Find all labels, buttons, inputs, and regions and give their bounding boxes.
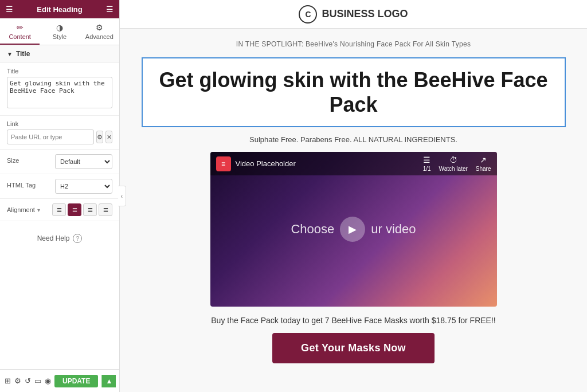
main-header: C BUSINESS LOGO <box>120 0 587 29</box>
update-button[interactable]: UPDATE <box>54 375 98 387</box>
video-watch-later-btn[interactable]: ⏱ Watch later <box>439 155 468 172</box>
title-section-arrow: ▼ <box>7 51 13 57</box>
title-section-header[interactable]: ▼ Title <box>0 45 119 63</box>
video-badge-icon: ≡ <box>221 160 225 168</box>
video-counter-label: 1/1 <box>423 166 431 172</box>
video-container: ≡ Video Placeholder ☰ 1/1 ⏱ Watch later … <box>210 152 497 307</box>
link-input[interactable] <box>7 130 94 144</box>
panel-title: Edit Heading <box>37 5 82 14</box>
link-remove-icon[interactable]: ✕ <box>105 131 112 143</box>
need-help-label: Need Help <box>37 234 70 242</box>
content-tab-icon: ✏ <box>17 23 24 32</box>
video-play-area[interactable]: Choose ▶ ur video <box>291 217 416 242</box>
logo-icon: C <box>299 5 317 23</box>
video-counter-icon: ☰ <box>423 155 431 164</box>
title-input-label: Title <box>7 68 112 75</box>
alignment-label: Alignment <box>7 206 35 213</box>
link-settings-icon[interactable]: ⚙ <box>96 131 103 143</box>
align-center-btn[interactable]: ☰ <box>68 203 81 216</box>
video-logo-badge: ≡ <box>216 156 231 171</box>
video-placeholder-text: Video Placeholder <box>236 159 296 168</box>
logo-text: BUSINESS LOGO <box>322 8 408 20</box>
collapse-panel-arrow[interactable]: ‹ <box>118 186 126 206</box>
align-right-btn[interactable]: ☰ <box>83 203 97 216</box>
panel-header: ☰ Edit Heading ☰ <box>0 0 119 18</box>
link-input-row: ⚙ ✕ <box>7 130 112 144</box>
align-justify-btn[interactable]: ☰ <box>99 203 112 216</box>
html-tag-label: HTML Tag <box>7 182 36 189</box>
watch-later-icon: ⏱ <box>449 155 457 164</box>
tab-content[interactable]: ✏ Content <box>0 18 40 45</box>
choose-text: Choose <box>291 222 334 237</box>
main-area: C BUSINESS LOGO IN THE SPOTLIGHT: BeeHiv… <box>120 0 587 392</box>
footer-grid-icon[interactable]: ⊞ <box>5 375 11 387</box>
alignment-tooltip-icon: ▾ <box>37 207 40 213</box>
title-form-group: Title Get glowing skin with the BeeHive … <box>0 63 119 116</box>
tab-advanced-label: Advanced <box>85 33 114 40</box>
html-tag-row: HTML Tag H2 <box>7 179 112 194</box>
title-section-label: Title <box>16 50 30 58</box>
watch-later-label: Watch later <box>439 166 468 172</box>
size-form-group: Size Default <box>0 150 119 174</box>
video-top-bar: ≡ Video Placeholder ☰ 1/1 ⏱ Watch later … <box>210 152 497 175</box>
video-share-btn[interactable]: ↗ Share <box>476 155 491 172</box>
offer-text: Buy the Face Pack today to get 7 BeeHive… <box>211 316 495 325</box>
hamburger-left-icon[interactable]: ☰ <box>6 5 13 14</box>
update-arrow-button[interactable]: ▲ <box>101 375 116 387</box>
left-panel: ☰ Edit Heading ☰ ✏ Content ◑ Style ⚙ Adv… <box>0 0 120 392</box>
footer-undo-icon[interactable]: ↺ <box>25 375 31 387</box>
html-tag-form-group: HTML Tag H2 <box>0 174 119 199</box>
html-tag-select[interactable]: H2 <box>55 179 112 194</box>
headline-box[interactable]: Get glowing skin with the BeeHive Face P… <box>142 57 566 127</box>
headline-text: Get glowing skin with the BeeHive Face P… <box>154 68 553 117</box>
tab-content-label: Content <box>9 33 31 40</box>
cta-button[interactable]: Get Your Masks Now <box>272 333 435 363</box>
size-label: Size <box>7 157 19 164</box>
your-video-text: ur video <box>371 222 416 237</box>
choose-video-text: Choose ▶ ur video <box>291 217 416 242</box>
subtext: Sulphate Free. Parabens Free. ALL NATURA… <box>249 135 457 144</box>
footer-settings-icon[interactable]: ⚙ <box>14 375 21 387</box>
tab-style-label: Style <box>53 33 66 40</box>
advanced-tab-icon: ⚙ <box>96 23 103 32</box>
style-tab-icon: ◑ <box>56 23 63 32</box>
title-textarea[interactable]: Get glowing skin with the BeeHive Face P… <box>7 77 112 108</box>
link-form-group: Link ⚙ ✕ <box>0 116 119 150</box>
align-left-btn[interactable]: ☰ <box>52 203 66 216</box>
video-counter: ☰ 1/1 <box>423 155 431 172</box>
panel-content: ▼ Title Title Get glowing skin with the … <box>0 45 119 369</box>
footer-desktop-icon[interactable]: ▭ <box>34 375 41 387</box>
share-icon: ↗ <box>480 155 487 164</box>
play-icon: ▶ <box>349 223 357 236</box>
hamburger-right-icon[interactable]: ☰ <box>106 5 114 14</box>
tab-advanced[interactable]: ⚙ Advanced <box>80 18 119 45</box>
need-help-section[interactable]: Need Help ? <box>0 227 119 250</box>
help-icon: ? <box>73 234 82 243</box>
link-label: Link <box>7 120 112 127</box>
alignment-buttons: ☰ ☰ ☰ ☰ <box>52 203 112 216</box>
spotlight-text: IN THE SPOTLIGHT: BeeHive's Nourishing F… <box>236 40 471 48</box>
tab-style[interactable]: ◑ Style <box>40 18 79 45</box>
panel-tabs: ✏ Content ◑ Style ⚙ Advanced <box>0 18 119 45</box>
main-content: IN THE SPOTLIGHT: BeeHive's Nourishing F… <box>120 29 587 392</box>
alignment-row: Alignment ▾ ☰ ☰ ☰ ☰ <box>7 203 112 216</box>
size-select[interactable]: Default <box>55 154 112 169</box>
footer-eye-icon[interactable]: ◉ <box>45 375 51 387</box>
share-label: Share <box>476 166 491 172</box>
panel-footer: ⊞ ⚙ ↺ ▭ ◉ UPDATE ▲ <box>0 369 119 392</box>
alignment-form-group: Alignment ▾ ☰ ☰ ☰ ☰ <box>0 199 119 221</box>
size-row: Size Default <box>7 154 112 169</box>
video-top-right: ☰ 1/1 ⏱ Watch later ↗ Share <box>423 155 491 172</box>
play-button[interactable]: ▶ <box>340 217 365 242</box>
logo-area: C BUSINESS LOGO <box>299 5 408 23</box>
